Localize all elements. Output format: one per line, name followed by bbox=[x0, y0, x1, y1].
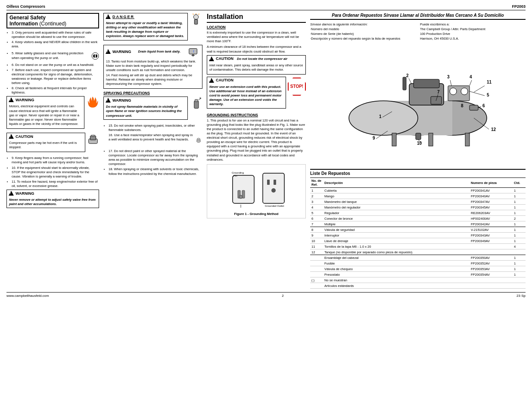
info-item: Harrison, OH 45030 U.S.A. bbox=[420, 37, 526, 40]
cell-no: 8 bbox=[310, 227, 323, 233]
warning-spray-body: Do not spray flammable materials in vici… bbox=[104, 103, 187, 119]
svg-rect-18 bbox=[195, 100, 198, 102]
welding-icon bbox=[190, 13, 202, 26]
cell-numero: FP200340AV bbox=[470, 193, 513, 199]
svg-rect-46 bbox=[414, 79, 439, 88]
cell-ctd: 1 bbox=[513, 199, 526, 205]
grounding-text: 1. This product is for use on a nominal … bbox=[207, 118, 306, 162]
warning-drain-sublabel: Drain liquid from tank daily. bbox=[138, 50, 181, 53]
list-item: 7. Before each use, inspect compressed a… bbox=[12, 68, 99, 86]
caution-triangle-icon bbox=[9, 134, 14, 139]
grounding-heading: GROUNDING INSTRUCTIONS bbox=[207, 113, 306, 117]
caution-locate-inline: Do not locate the compressor air bbox=[237, 57, 287, 61]
list-item: 16. Use a face mask/respirator when spra… bbox=[109, 133, 202, 148]
cell-ctd: 2 bbox=[513, 216, 526, 221]
svg-line-13 bbox=[199, 14, 199, 15]
svg-point-20 bbox=[200, 98, 201, 99]
middle-column: DANGER Never attempt to repair or modify… bbox=[103, 13, 202, 289]
cell-ctd: 1 bbox=[513, 188, 526, 193]
list-item: 5. Wear safety glasses and use hearing p… bbox=[12, 50, 99, 62]
cell-desc: Ensamblaje del cabezal bbox=[323, 255, 470, 261]
svg-rect-50 bbox=[403, 77, 406, 90]
cell-no bbox=[310, 255, 323, 261]
table-row: Fusible FP200352AV 1 bbox=[310, 261, 526, 266]
page: Oilless Compressors FP2003 General Safet… bbox=[0, 0, 532, 411]
svg-point-9 bbox=[193, 15, 198, 19]
cell-no: 2 bbox=[310, 193, 323, 199]
cell-numero bbox=[470, 277, 513, 283]
svg-rect-44 bbox=[465, 133, 470, 146]
svg-line-70 bbox=[470, 91, 485, 96]
table-row: 5 Regulador RE206203AV 1 bbox=[310, 210, 526, 216]
cell-no: 6 bbox=[310, 216, 323, 221]
svg-point-22 bbox=[197, 140, 201, 142]
caution-hot-box: CAUTION Compressor parts may be hot even… bbox=[6, 133, 85, 152]
table-row: 8 Válvula de seguridad V-215102AV 1 bbox=[310, 227, 526, 233]
warning-motors-body: Motors, electrical equipment and control… bbox=[7, 103, 84, 128]
cell-ctd bbox=[513, 277, 526, 283]
cell-no bbox=[310, 266, 323, 272]
list-item: 6. Do not stand on or use the pump or un… bbox=[12, 63, 99, 67]
svg-rect-31 bbox=[274, 180, 276, 185]
table-row: ( ) No se muestran bbox=[310, 277, 526, 283]
cell-no: ( ) bbox=[310, 277, 323, 283]
cell-desc: Fusible bbox=[323, 261, 470, 266]
cell-desc: Manómetro del tanque bbox=[323, 199, 470, 205]
svg-point-49 bbox=[461, 88, 468, 95]
cell-desc: Artículos estándards bbox=[323, 283, 470, 289]
table-row: 10 Llave de drenaje FP200349AV 1 bbox=[310, 238, 526, 244]
svg-text:8: 8 bbox=[461, 103, 464, 108]
flame-icon bbox=[86, 96, 99, 109]
warning-drain-box: WARNING Drain liquid from tank daily. 13… bbox=[103, 45, 202, 89]
compressor-hot-icon bbox=[87, 133, 99, 145]
caution-label: CAUTION bbox=[16, 134, 33, 139]
table-row: 2 Mango FP200340AV 1 bbox=[310, 193, 526, 199]
svg-rect-14 bbox=[189, 48, 197, 54]
cell-ctd: 1 bbox=[513, 238, 526, 244]
svg-text:Pin: Pin bbox=[233, 174, 237, 177]
warning-triangle-icon bbox=[9, 97, 14, 102]
cell-numero: RE206203AV bbox=[470, 210, 513, 216]
cell-ctd: 1 bbox=[513, 255, 526, 261]
danger-tank-body: Never attempt to repair or modify a tank… bbox=[104, 20, 187, 40]
table-row: Ensamblaje del cabezal FP200350AV 1 bbox=[310, 255, 526, 261]
footer-website: www.campbellhausfeld.com bbox=[6, 294, 49, 298]
svg-rect-10 bbox=[194, 19, 198, 24]
cell-no: 7 bbox=[310, 221, 323, 227]
cell-ctd: 1 bbox=[513, 210, 526, 216]
info-section: Sírvase darnos la siguiente información:… bbox=[310, 22, 526, 41]
header-product: Oilless Compressors bbox=[6, 4, 45, 9]
safety-items-1: 3. Only persons well acquainted with the… bbox=[6, 31, 99, 95]
top-bar: Oilless Compressors FP2003 bbox=[6, 4, 526, 10]
danger-triangle-icon bbox=[106, 14, 111, 19]
ear-protection-icon bbox=[91, 50, 99, 62]
svg-rect-5 bbox=[90, 136, 96, 140]
cell-ctd: 1 bbox=[513, 272, 526, 277]
caution-locate-box: CAUTION Do not locate the compressor air… bbox=[207, 55, 306, 75]
svg-line-11 bbox=[193, 14, 194, 15]
spray-items: 15. Do not smoke when spraying paint, in… bbox=[103, 124, 202, 176]
caution-ext-label: CAUTION bbox=[216, 78, 233, 82]
section-title-safety: General SafetyInformation (Continued) bbox=[6, 13, 99, 28]
cell-ctd: 1 bbox=[513, 233, 526, 238]
cell-no bbox=[310, 283, 323, 289]
cell-no: 12 bbox=[310, 249, 323, 255]
svg-text:4: 4 bbox=[470, 75, 472, 79]
warning-sv-label: WARNING bbox=[16, 191, 34, 196]
list-item: 4. Keep visitors away and NEVER allow ch… bbox=[12, 40, 99, 49]
cell-no bbox=[310, 272, 323, 277]
warning-safetyvalve-box: WARNING Never remove or attempt to adjus… bbox=[6, 190, 99, 208]
far-right-column: Para Ordenar Repuestos Sírvase Llamar al… bbox=[310, 13, 526, 289]
svg-point-28 bbox=[239, 195, 243, 199]
right-column: Installation LOCATION It is extremely im… bbox=[207, 13, 306, 289]
safety-items-2: 9. Keep fingers away from a running comp… bbox=[6, 156, 99, 188]
svg-point-48 bbox=[450, 88, 457, 95]
cell-ctd: 1 bbox=[513, 266, 526, 272]
svg-text:Grounding: Grounding bbox=[232, 171, 244, 174]
table-row: 7 Múltiple FP200342AV 1 bbox=[310, 221, 526, 227]
cell-desc: Conector de bronce bbox=[323, 216, 470, 221]
compressor-svg: 1 2 3 4 5 6 7 8 9 10 11 12 bbox=[310, 45, 526, 165]
cell-numero: FP200352AV bbox=[470, 261, 513, 266]
svg-rect-25 bbox=[233, 175, 254, 203]
table-row: 3 Manómetro del tanque FP200347AV 1 bbox=[310, 199, 526, 205]
